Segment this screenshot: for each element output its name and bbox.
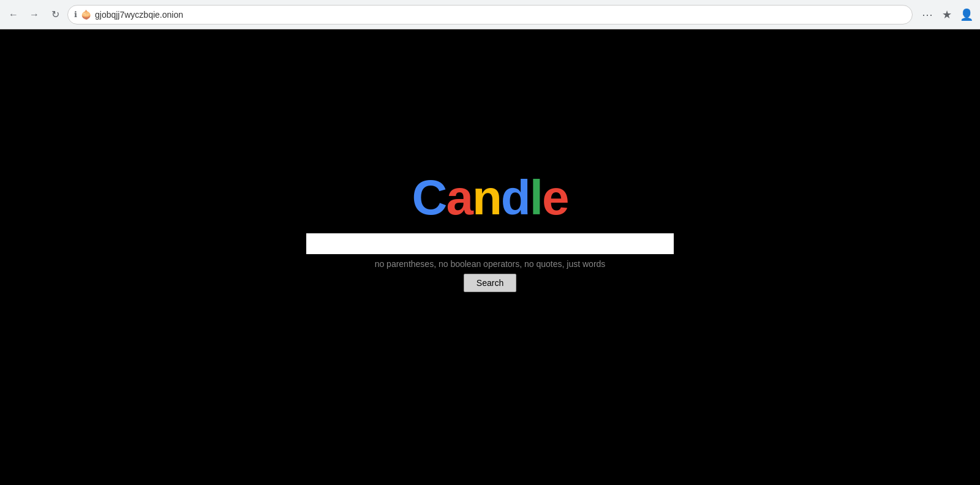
logo-letter-d: d (501, 170, 530, 225)
sync-button[interactable]: 👤 (958, 6, 975, 23)
address-bar-container: ℹ 🧅 gjobqjj7wyczbqie.onion (67, 5, 913, 24)
address-bar-input[interactable]: gjobqjj7wyczbqie.onion (95, 10, 906, 20)
page-content: Candle no parentheses, no boolean operat… (0, 29, 980, 485)
back-button[interactable]: ← (5, 6, 22, 23)
logo-letter-e: e (542, 170, 568, 225)
search-input[interactable] (306, 233, 674, 254)
logo-letter-l: l (530, 170, 542, 225)
search-form: no parentheses, no boolean operators, no… (306, 233, 674, 292)
search-button[interactable]: Search (464, 274, 516, 292)
browser-actions: ⋯ ★ 👤 (919, 6, 975, 23)
reload-button[interactable]: ↻ (47, 6, 64, 23)
search-hint: no parentheses, no boolean operators, no… (375, 259, 606, 269)
bookmark-button[interactable]: ★ (938, 6, 956, 23)
logo-letter-a: a (446, 170, 472, 225)
logo-letter-n: n (472, 170, 501, 225)
browser-chrome: ← → ↻ ℹ 🧅 gjobqjj7wyczbqie.onion ⋯ ★ 👤 (0, 0, 980, 29)
logo-letter-C: C (412, 170, 447, 225)
site-logo: Candle (412, 173, 568, 222)
info-icon: ℹ (74, 10, 77, 19)
menu-button[interactable]: ⋯ (919, 6, 936, 23)
forward-button[interactable]: → (26, 6, 43, 23)
onion-icon: 🧅 (81, 10, 91, 20)
